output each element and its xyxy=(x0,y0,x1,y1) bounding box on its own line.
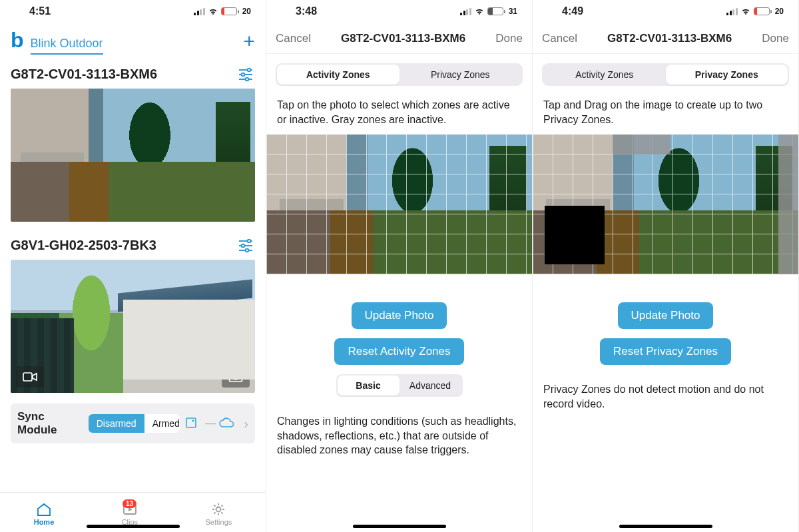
sync-module-label: Sync Module xyxy=(17,410,82,437)
segment-basic[interactable]: Basic xyxy=(338,376,400,396)
status-right: 20 xyxy=(726,7,784,16)
mode-segment[interactable]: Basic Advanced xyxy=(336,374,463,397)
nav-bar: Cancel G8T2-CV01-3113-BXM6 Done xyxy=(533,23,798,54)
snapshot-button[interactable] xyxy=(222,366,250,388)
battery-pct: 31 xyxy=(509,7,517,16)
video-icon xyxy=(23,200,37,211)
svg-rect-7 xyxy=(230,202,242,210)
status-bar: 3:48 31 xyxy=(266,0,532,23)
nav-bar: Cancel G8T2-CV01-3113-BXM6 Done xyxy=(266,23,532,54)
nav-title: G8T2-CV01-3113-BXM6 xyxy=(341,32,465,45)
svg-rect-16 xyxy=(23,373,32,381)
zone-editor[interactable] xyxy=(266,134,532,274)
done-button[interactable]: Done xyxy=(495,32,523,45)
sync-status-icons: — xyxy=(185,416,236,431)
privacy-zone-hint[interactable] xyxy=(613,134,671,154)
segment-disarmed[interactable]: Disarmed xyxy=(89,414,144,433)
chevron-right-icon: › xyxy=(244,416,248,431)
camera-card-2: G8V1-GH02-2503-7BK3 xyxy=(0,230,266,401)
sync-module-row[interactable]: Sync Module Disarmed Armed — › xyxy=(11,403,255,443)
status-right: 31 xyxy=(460,7,517,16)
status-time: 4:51 xyxy=(29,5,51,17)
screen-activity-zones: 3:48 31 Cancel G8T2-CV01-3113-BXM6 Done … xyxy=(266,0,533,532)
home-indicator[interactable] xyxy=(87,525,180,528)
wifi-icon xyxy=(208,7,218,15)
update-photo-button[interactable]: Update Photo xyxy=(352,302,447,329)
home-indicator[interactable] xyxy=(353,525,446,528)
segment-activity[interactable]: Activity Zones xyxy=(277,65,400,85)
reset-zones-button[interactable]: Reset Privacy Zones xyxy=(600,338,731,365)
add-button[interactable]: + xyxy=(243,30,255,53)
svg-point-1 xyxy=(248,68,251,71)
video-icon xyxy=(23,372,37,382)
home-indicator[interactable] xyxy=(619,525,712,528)
svg-point-13 xyxy=(242,244,245,247)
svg-point-23 xyxy=(216,507,221,511)
camera-icon xyxy=(228,200,243,211)
cancel-button[interactable]: Cancel xyxy=(276,32,311,45)
snapshot-button[interactable] xyxy=(222,195,250,216)
tab-home[interactable]: Home xyxy=(34,502,55,526)
battery-icon xyxy=(221,7,239,15)
svg-point-21 xyxy=(192,419,194,421)
live-view-button[interactable] xyxy=(16,195,44,216)
button-stack: Update Photo Reset Activity Zones Basic … xyxy=(266,274,532,407)
wifi-icon xyxy=(474,7,485,15)
camera-icon xyxy=(228,372,243,382)
tab-settings[interactable]: Settings xyxy=(206,502,232,526)
svg-rect-17 xyxy=(230,374,242,382)
body-text: Changes in lighting conditions (such as … xyxy=(266,407,532,464)
sliders-icon[interactable] xyxy=(238,67,254,82)
app-header: b Blink Outdoor + xyxy=(0,23,266,59)
privacy-zone-2[interactable] xyxy=(778,134,798,274)
screen-privacy-zones: 4:49 20 Cancel G8T2-CV01-3113-BXM6 Done … xyxy=(533,0,799,532)
battery-icon xyxy=(754,7,772,15)
cell-signal-icon xyxy=(460,8,471,15)
segment-armed[interactable]: Armed xyxy=(144,414,180,433)
live-view-button[interactable] xyxy=(16,366,44,388)
camera-thumbnail[interactable] xyxy=(11,260,255,393)
battery-pct: 20 xyxy=(242,7,251,16)
zone-type-segment[interactable]: Activity Zones Privacy Zones xyxy=(542,63,789,86)
cell-signal-icon xyxy=(194,8,205,15)
camera-name: G8T2-CV01-3113-BXM6 xyxy=(11,67,157,82)
status-right: 20 xyxy=(194,7,251,16)
battery-pct: 20 xyxy=(775,7,784,16)
segment-activity[interactable]: Activity Zones xyxy=(543,65,666,85)
brand[interactable]: b Blink Outdoor xyxy=(11,28,103,55)
arm-segment[interactable]: Disarmed Armed xyxy=(89,414,180,433)
zone-editor[interactable] xyxy=(533,134,798,274)
update-photo-button[interactable]: Update Photo xyxy=(618,302,714,329)
help-text: Tap on the photo to select which zones a… xyxy=(266,98,532,134)
clips-badge: 13 xyxy=(123,499,136,508)
camera-name: G8V1-GH02-2503-7BK3 xyxy=(11,238,156,253)
reset-zones-button[interactable]: Reset Activity Zones xyxy=(334,338,463,365)
zone-grid-overlay xyxy=(266,134,532,274)
nav-title: G8T2-CV01-3113-BXM6 xyxy=(607,32,732,45)
camera-thumbnail[interactable] xyxy=(11,89,255,222)
brand-title: Blink Outdoor xyxy=(31,37,103,55)
module-icon xyxy=(185,416,202,431)
privacy-zone-1[interactable] xyxy=(545,206,605,264)
sliders-icon[interactable] xyxy=(238,238,254,253)
tab-clips[interactable]: 13 Clips xyxy=(122,502,138,526)
status-time: 3:48 xyxy=(296,5,317,17)
cancel-button[interactable]: Cancel xyxy=(542,32,577,45)
button-stack: Update Photo Reset Privacy Zones xyxy=(533,274,798,376)
segment-privacy[interactable]: Privacy Zones xyxy=(666,65,788,85)
svg-rect-6 xyxy=(23,202,32,210)
svg-point-8 xyxy=(234,204,238,208)
status-bar: 4:49 20 xyxy=(533,0,798,23)
zone-type-segment[interactable]: Activity Zones Privacy Zones xyxy=(276,63,523,86)
svg-rect-20 xyxy=(186,418,196,427)
svg-point-3 xyxy=(242,73,245,76)
done-button[interactable]: Done xyxy=(762,32,789,45)
screen-home: 4:51 20 b Blink Outdoor + G8T2-CV01-3113… xyxy=(0,0,266,532)
segment-privacy[interactable]: Privacy Zones xyxy=(400,65,522,85)
tab-label: Settings xyxy=(206,518,232,526)
svg-rect-19 xyxy=(233,372,236,374)
gear-icon xyxy=(210,502,226,517)
segment-advanced[interactable]: Advanced xyxy=(400,376,461,396)
svg-point-18 xyxy=(234,376,238,380)
help-text: Tap and Drag on the image to create up t… xyxy=(533,98,798,134)
